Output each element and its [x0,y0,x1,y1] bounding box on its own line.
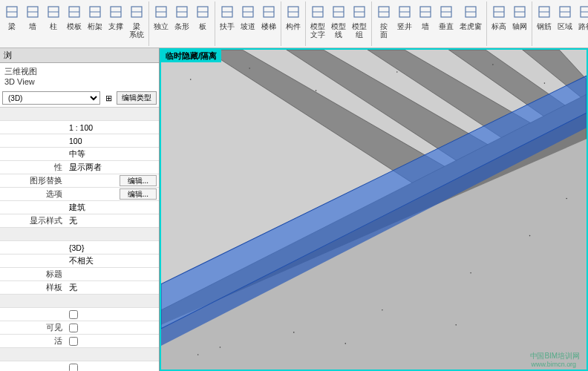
prop-label: 活 [0,336,67,347]
project-browser-tree[interactable]: 三维视图 3D View [0,63,159,89]
property-row [0,308,159,321]
filter-icon[interactable]: ⊞ [102,93,114,103]
watermark-line1: 中国BIM培训网 [530,352,580,360]
prop-label: 性 [0,162,67,173]
ribbon-btn-shaft[interactable]: 竖井 [395,1,414,40]
property-row [0,201,159,214]
ribbon-btn-grid[interactable]: 轴网 [510,1,529,32]
ribbon-btn-ramp[interactable]: 坡道 [238,1,258,32]
prop-checkbox[interactable] [69,337,78,346]
svg-point-83 [544,82,546,84]
prop-value-cell[interactable] [67,364,159,372]
brace-icon [108,3,123,21]
viewport-temp-hide-tag[interactable]: 临时隐藏/隔离 [161,50,221,62]
svg-point-89 [566,198,567,200]
prop-value-cell[interactable] [67,269,159,280]
prop-input[interactable] [69,203,157,213]
prop-edit-button[interactable]: 编辑... [120,175,157,186]
ribbon-btn-line[interactable]: 模型线 [329,1,348,40]
grid-icon [512,3,527,21]
text-icon [310,3,325,21]
prop-label: 选项 [0,189,67,200]
ribbon-btn-beamsys[interactable]: 梁系统 [127,1,146,40]
ribbon-btn-area[interactable]: 区域 [555,1,575,32]
prop-input[interactable] [69,122,157,133]
prop-input[interactable] [69,149,157,160]
prop-value-cell[interactable]: 编辑... [67,188,159,200]
ribbon-btn-rebar[interactable]: 钢筋 [535,1,554,32]
ribbon-btn-strip[interactable]: 条形 [172,1,192,32]
prop-input[interactable] [69,243,157,253]
prop-checkbox[interactable] [69,310,78,319]
prop-value-cell[interactable] [67,283,159,293]
prop-edit-button[interactable]: 编辑... [120,188,157,200]
ribbon-btn-path[interactable]: 路径 [576,1,588,32]
ribbon-btn-iso[interactable]: 独立 [151,1,171,32]
ribbon-btn-wall2[interactable]: 墙 [416,1,435,40]
prop-input[interactable] [69,162,157,173]
comp-icon [286,3,301,21]
wall2-icon [418,3,433,21]
prop-input[interactable] [69,136,157,146]
ribbon-btn-vert[interactable]: 垂直 [437,1,456,40]
prop-value-cell[interactable] [67,337,159,346]
prop-label: 显示样式 [0,216,67,226]
tree-item-3dview[interactable]: 三维视图 [4,66,154,77]
prop-input[interactable] [69,269,157,280]
panel-tab[interactable]: 浏 [0,48,159,63]
prop-value-cell[interactable] [67,324,159,332]
prop-input[interactable] [69,216,157,226]
stair-icon [261,3,276,21]
vert-icon [439,3,454,21]
prop-value-cell[interactable] [67,149,159,160]
ribbon-btn-truss[interactable]: 桁架 [85,1,105,40]
3d-scene[interactable]: 中国BIM培训网 www.bimcn.org [161,50,587,370]
ribbon-btn-text[interactable]: 模型文字 [308,1,327,40]
prop-input[interactable] [69,283,157,293]
ribbon-btn-dormer[interactable]: 老虎窗 [457,1,484,40]
ribbon-btn-beam[interactable]: 梁 [2,1,22,40]
ribbon-btn-slab[interactable]: 模板 [65,1,84,40]
3d-viewport[interactable]: 临时隐藏/隔离 [160,48,588,371]
prop-checkbox[interactable] [69,364,78,372]
ribbon-label: 构件 [286,22,301,30]
prop-value-cell[interactable] [67,310,159,319]
prop-value-cell[interactable] [67,256,159,266]
ribbon-btn-pad[interactable]: 板 [193,1,212,32]
ribbon-btn-brace[interactable]: 支撑 [106,1,125,40]
rail-icon [220,3,235,21]
tree-item-3dview-sub[interactable]: 3D View [4,77,154,86]
level-icon [491,3,506,21]
prop-value-cell[interactable] [67,203,159,213]
prop-value-cell[interactable] [67,136,159,146]
prop-label: 可见 [0,323,67,333]
prop-value-cell[interactable] [67,162,159,173]
prop-value-cell[interactable]: 编辑... [67,175,159,186]
edit-type-button[interactable]: 编辑类型 [117,91,157,105]
ribbon-btn-rail[interactable]: 扶手 [218,1,237,32]
watermark-line2: www.bimcn.org [531,361,577,368]
line-icon [331,3,346,21]
property-row [0,134,159,148]
ribbon-btn-group[interactable]: 模型组 [350,1,369,40]
property-row [0,148,159,161]
prop-value-cell[interactable] [67,216,159,226]
prop-input[interactable] [69,256,157,266]
ribbon-label: 模型组 [352,22,367,39]
ribbon-btn-comp[interactable]: 构件 [284,1,303,32]
type-selector-dropdown[interactable]: (3D) [2,91,100,105]
ribbon-btn-column[interactable]: 柱 [44,1,63,40]
prop-checkbox[interactable] [69,324,78,332]
prop-value-cell[interactable] [67,122,159,133]
svg-point-87 [470,272,471,274]
ribbon-btn-wall[interactable]: 墙 [23,1,42,40]
property-row: 活 [0,335,159,348]
prop-value-cell[interactable] [67,243,159,253]
ribbon-btn-level[interactable]: 标高 [489,1,509,32]
ribbon-btn-stair[interactable]: 楼梯 [259,1,278,32]
svg-point-82 [492,64,494,65]
svg-point-78 [190,79,192,80]
dormer-icon [463,3,478,21]
ribbon-btn-face[interactable]: 按面 [374,1,393,40]
main-area: 浏 三维视图 3D View (3D) ⊞ 编辑类型 性图形替换编辑...选项编… [0,48,588,371]
